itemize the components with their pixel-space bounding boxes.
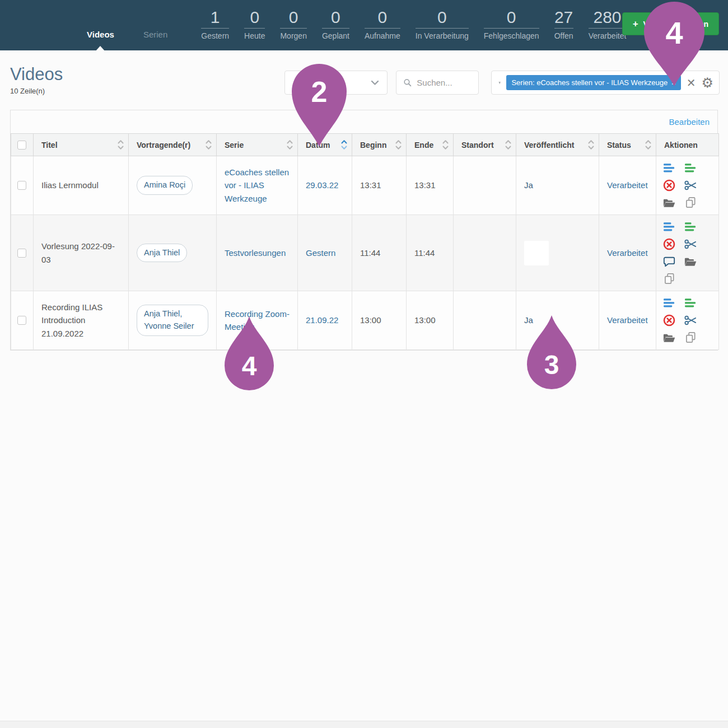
column-header-veroeffentlicht[interactable]: Veröffentlicht bbox=[516, 134, 599, 156]
page-title: Videos bbox=[10, 65, 63, 84]
cell-date: Gestern bbox=[298, 215, 352, 291]
stat-verarbeitet[interactable]: 280 Verarbeitet bbox=[589, 9, 627, 40]
edit-columns-link[interactable]: Bearbeiten bbox=[669, 117, 710, 127]
stat-offen[interactable]: 27 Offen bbox=[554, 9, 573, 40]
videos-table: Titel Vortragende(r) Serie Datum Beginn bbox=[11, 133, 719, 350]
details-icon[interactable] bbox=[663, 221, 675, 233]
cell-location bbox=[454, 156, 516, 215]
delete-icon[interactable] bbox=[663, 238, 675, 250]
stat-in-verarbeitung[interactable]: 0 In Verarbeitung bbox=[416, 9, 469, 40]
cell-end: 13:00 bbox=[407, 291, 454, 350]
comments-icon[interactable] bbox=[663, 255, 675, 268]
status-link[interactable]: Verarbeitet bbox=[607, 180, 648, 190]
cut-editor-icon[interactable] bbox=[684, 238, 697, 250]
delete-icon[interactable] bbox=[663, 314, 675, 326]
stat-fehlgeschlagen[interactable]: 0 Fehlgeschlagen bbox=[484, 9, 539, 40]
sort-icon[interactable] bbox=[395, 139, 402, 150]
cell-status: Verarbeitet bbox=[599, 215, 656, 291]
date-link[interactable]: Gestern bbox=[306, 248, 335, 258]
assets-folder-icon[interactable] bbox=[663, 332, 675, 344]
stat-gestern[interactable]: 1 Gestern bbox=[201, 9, 229, 40]
filter-funnel-icon[interactable] bbox=[498, 78, 501, 88]
column-header-select bbox=[11, 134, 34, 156]
search-input[interactable] bbox=[417, 78, 473, 87]
column-header-aktionen: Aktionen bbox=[656, 134, 719, 156]
cell-title: Recording ILIAS Introduction 21.09.2022 bbox=[34, 291, 129, 350]
search-icon bbox=[403, 77, 412, 88]
publications-icon[interactable] bbox=[684, 297, 697, 309]
column-header-vortragende[interactable]: Vortragende(r) bbox=[129, 134, 217, 156]
annotation-marker-4-top: 4 bbox=[642, 0, 706, 90]
column-header-beginn[interactable]: Beginn bbox=[352, 134, 407, 156]
videos-table-card: Bearbeiten Titel Vortragende(r) bbox=[10, 110, 718, 351]
column-header-serie[interactable]: Serie bbox=[217, 134, 298, 156]
stat-aufnahme[interactable]: 0 Aufnahme bbox=[365, 9, 400, 40]
table-row: Recording ILIAS Introduction 21.09.2022 … bbox=[11, 291, 719, 350]
plus-icon: + bbox=[633, 18, 638, 30]
cell-start: 13:31 bbox=[352, 156, 407, 215]
top-navbar: Videos Serien 1 Gestern 0 Heute 0 Morgen… bbox=[0, 0, 728, 50]
column-header-standort[interactable]: Standort bbox=[454, 134, 516, 156]
cell-actions bbox=[656, 156, 719, 215]
row-checkbox[interactable] bbox=[17, 249, 26, 258]
sort-icon[interactable] bbox=[505, 139, 511, 150]
event-status-counters: 1 Gestern 0 Heute 0 Morgen 0 Geplant 0 A… bbox=[201, 9, 626, 40]
search-box bbox=[396, 71, 479, 95]
details-icon[interactable] bbox=[663, 162, 675, 174]
cell-actions bbox=[656, 291, 719, 350]
cell-presenters: Anja Thiel, Yvonne Seiler bbox=[129, 291, 217, 350]
cell-date: 29.03.22 bbox=[298, 156, 352, 215]
date-link[interactable]: 21.09.22 bbox=[306, 315, 338, 325]
duplicate-icon[interactable] bbox=[684, 332, 697, 344]
stat-heute[interactable]: 0 Heute bbox=[244, 9, 265, 40]
cell-location bbox=[454, 291, 516, 350]
details-icon[interactable] bbox=[663, 297, 675, 309]
table-row: Vorlesung 2022-09-03 Anja Thiel Testvorl… bbox=[11, 215, 719, 291]
duplicate-icon[interactable] bbox=[663, 273, 675, 285]
cell-status: Verarbeitet bbox=[599, 291, 656, 350]
sort-icon[interactable] bbox=[645, 139, 651, 150]
cell-title: Vorlesung 2022-09-03 bbox=[34, 215, 129, 291]
sort-icon[interactable] bbox=[206, 139, 212, 150]
cell-end: 11:44 bbox=[407, 215, 454, 291]
cell-date: 21.09.22 bbox=[298, 291, 352, 350]
column-header-status[interactable]: Status bbox=[599, 134, 656, 156]
column-header-titel[interactable]: Titel bbox=[34, 134, 129, 156]
cut-editor-icon[interactable] bbox=[684, 314, 697, 326]
cell-title: Ilias Lernmodul bbox=[34, 156, 129, 215]
presenter-chip[interactable]: Anja Thiel, Yvonne Seiler bbox=[137, 305, 208, 336]
active-tab-notch bbox=[95, 46, 105, 52]
cell-published bbox=[516, 215, 599, 291]
stat-morgen[interactable]: 0 Morgen bbox=[280, 9, 306, 40]
tab-serien[interactable]: Serien bbox=[143, 30, 167, 40]
sort-icon[interactable] bbox=[118, 139, 124, 150]
duplicate-icon[interactable] bbox=[684, 197, 697, 209]
tab-videos[interactable]: Videos bbox=[87, 30, 114, 40]
select-all-checkbox[interactable] bbox=[17, 141, 26, 150]
row-checkbox[interactable] bbox=[17, 181, 26, 190]
stat-geplant[interactable]: 0 Geplant bbox=[322, 9, 349, 40]
assets-folder-icon[interactable] bbox=[663, 197, 675, 209]
cut-editor-icon[interactable] bbox=[684, 179, 697, 192]
annotation-marker-2: 2 bbox=[291, 63, 348, 150]
column-header-ende[interactable]: Ende bbox=[407, 134, 454, 156]
publications-icon[interactable] bbox=[684, 162, 697, 174]
cell-start: 11:44 bbox=[352, 215, 407, 291]
row-checkbox[interactable] bbox=[17, 316, 26, 325]
presenter-chip[interactable]: Anja Thiel bbox=[137, 244, 187, 263]
assets-folder-icon[interactable] bbox=[684, 255, 697, 268]
series-link[interactable]: eCoaches stellen vor - ILIAS Werkzeuge bbox=[225, 167, 289, 203]
date-link[interactable]: 29.03.22 bbox=[306, 180, 338, 190]
publications-icon[interactable] bbox=[684, 221, 697, 233]
cell-series: Testvorlesungen bbox=[217, 215, 298, 291]
series-link[interactable]: Testvorlesungen bbox=[225, 248, 286, 258]
cell-published: Ja bbox=[516, 156, 599, 215]
status-link[interactable]: Verarbeitet bbox=[607, 248, 648, 258]
status-link[interactable]: Verarbeitet bbox=[607, 315, 648, 325]
presenter-chip[interactable]: Amina Roçi bbox=[137, 176, 193, 195]
cell-status: Verarbeitet bbox=[599, 156, 656, 215]
sort-icon[interactable] bbox=[588, 139, 594, 150]
sort-icon[interactable] bbox=[442, 139, 449, 150]
cell-presenters: Anja Thiel bbox=[129, 215, 217, 291]
delete-icon[interactable] bbox=[663, 179, 675, 192]
